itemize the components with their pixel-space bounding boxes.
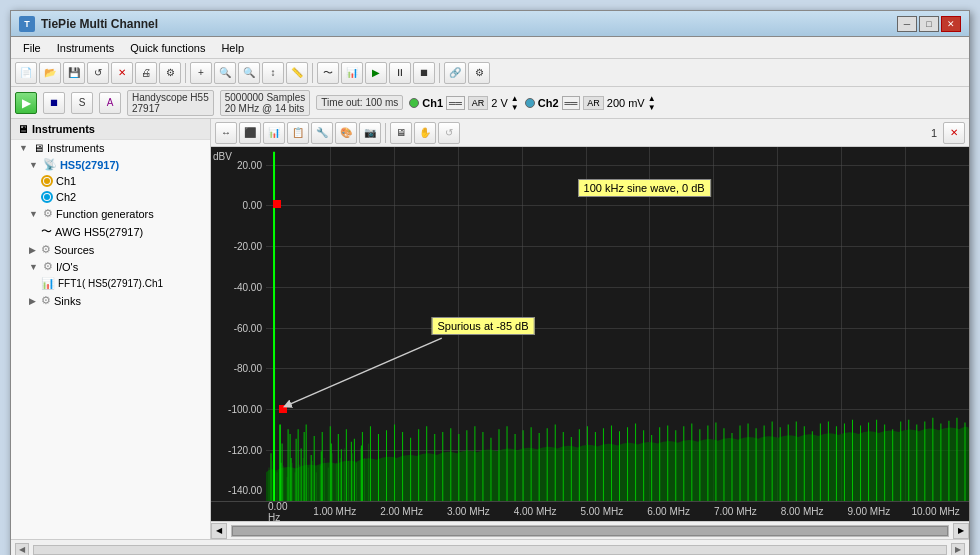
sidebar-item-sources[interactable]: ▶ ⚙ Sources [11, 241, 210, 258]
menu-bar: File Instruments Quick functions Help [11, 37, 969, 59]
chart-plot[interactable]: 100 kHz sine wave, 0 dB Spurious at -85 … [266, 147, 969, 501]
sidebar-item-ch2[interactable]: Ch2 [11, 189, 210, 205]
refresh-button[interactable]: ↺ [87, 62, 109, 84]
y-label-m80: -80.00 [234, 363, 262, 374]
single-button[interactable]: S [71, 92, 93, 114]
hs5-expand-icon: ▼ [29, 160, 38, 170]
x-label-2: 2.00 MHz [368, 506, 435, 517]
chart-scrollbar: ◀ ▶ [211, 521, 969, 539]
horizontal-scrollbar[interactable] [231, 525, 949, 537]
scroll-left-arrow[interactable]: ◀ [211, 523, 227, 539]
funcgen-icon: ⚙ [43, 207, 53, 220]
menu-instruments[interactable]: Instruments [49, 40, 122, 56]
chart-tb-7[interactable]: 📷 [359, 122, 381, 144]
x-label-0: 0.00 Hz [266, 501, 301, 523]
run-button[interactable]: ▶ [15, 92, 37, 114]
stop-acq-button[interactable]: ⏹ [43, 92, 65, 114]
add-button[interactable]: + [190, 62, 212, 84]
x-label-4: 4.00 MHz [502, 506, 569, 517]
restore-button[interactable]: □ [919, 16, 939, 32]
toolbar: 📄 📂 💾 ↺ ✕ 🖨 ⚙ + 🔍 🔍 ↕ 📏 〜 📊 ▶ ⏸ ⏹ 🔗 ⚙ [11, 59, 969, 87]
y-label-m140: -140.00 [228, 485, 262, 496]
wave-button[interactable]: 〜 [317, 62, 339, 84]
chart-tb-3[interactable]: 📊 [263, 122, 285, 144]
y-label-m100: -100.00 [228, 403, 262, 414]
config-button[interactable]: ⚙ [468, 62, 490, 84]
new-button[interactable]: 📄 [15, 62, 37, 84]
chart-tb-zoom[interactable]: 🖥 [390, 122, 412, 144]
funcgen-expand-icon: ▼ [29, 209, 38, 219]
auto-button[interactable]: A [99, 92, 121, 114]
print-button[interactable]: 🖨 [135, 62, 157, 84]
connect-button[interactable]: 🔗 [444, 62, 466, 84]
ios-icon: ⚙ [43, 260, 53, 273]
x-label-9: 9.00 MHz [836, 506, 903, 517]
sidebar-item-hs5[interactable]: ▼ 📡 HS5(27917) [11, 156, 210, 173]
chart-tb-reset[interactable]: ↺ [438, 122, 460, 144]
close-button[interactable]: ✕ [941, 16, 961, 32]
chart-area: ↔ ⬛ 📊 📋 🔧 🎨 📷 🖥 ✋ ↺ 1 ✕ dBV [211, 119, 969, 539]
zoom-out-button[interactable]: 🔍 [238, 62, 260, 84]
sidebar-item-funcgen[interactable]: ▼ ⚙ Function generators [11, 205, 210, 222]
open-button[interactable]: 📂 [39, 62, 61, 84]
timeout-info: Time out: 100 ms [316, 95, 403, 110]
y-label-20: 20.00 [237, 159, 262, 170]
spectrum-svg [266, 147, 969, 501]
x-label-3: 3.00 MHz [435, 506, 502, 517]
x-axis: 0.00 Hz 1.00 MHz 2.00 MHz 3.00 MHz 4.00 … [211, 501, 969, 521]
hs5-icon: 📡 [43, 158, 57, 171]
chart-close-button[interactable]: ✕ [943, 122, 965, 144]
status-scroll-right[interactable]: ▶ [951, 543, 965, 556]
chart-tb-sep [385, 123, 386, 143]
menu-help[interactable]: Help [213, 40, 252, 56]
x-label-8: 8.00 MHz [769, 506, 836, 517]
scroll-thumb[interactable] [232, 526, 948, 536]
pause-button[interactable]: ⏸ [389, 62, 411, 84]
chart-tb-4[interactable]: 📋 [287, 122, 309, 144]
chart-tb-pan[interactable]: ✋ [414, 122, 436, 144]
ch1-voltage-stepper[interactable]: ▲▼ [511, 94, 519, 112]
sidebar-item-awg[interactable]: 〜 AWG HS5(27917) [11, 222, 210, 241]
annotation-spurious-text: Spurious at -85 dB [437, 320, 528, 332]
samples-info: 5000000 Samples 20 MHz @ 14 bits [220, 90, 311, 116]
chart-tb-1[interactable]: ↔ [215, 122, 237, 144]
ch2-label: Ch2 [538, 97, 559, 109]
menu-quick-functions[interactable]: Quick functions [122, 40, 213, 56]
settings-button[interactable]: ⚙ [159, 62, 181, 84]
chart-container: dBV 20.00 0.00 -20.00 -40.00 -60.00 -80.… [211, 147, 969, 501]
cursor-button[interactable]: ↕ [262, 62, 284, 84]
ch2-voltage-stepper[interactable]: ▲▼ [648, 94, 656, 112]
toolbar-separator-2 [312, 63, 313, 83]
ch1-dot [409, 98, 419, 108]
spurious-signal-marker [279, 405, 287, 413]
sidebar-item-sinks[interactable]: ▶ ⚙ Sinks [11, 292, 210, 309]
y-label-m120: -120.00 [228, 444, 262, 455]
measure-button[interactable]: 📏 [286, 62, 308, 84]
menu-file[interactable]: File [15, 40, 49, 56]
chart-tb-6[interactable]: 🎨 [335, 122, 357, 144]
main-signal-marker [273, 200, 281, 208]
window-title: TiePie Multi Channel [41, 17, 158, 31]
zoom-in-button[interactable]: 🔍 [214, 62, 236, 84]
chart-tb-2[interactable]: ⬛ [239, 122, 261, 144]
ios-expand-icon: ▼ [29, 262, 38, 272]
stop-button[interactable]: ⏹ [413, 62, 435, 84]
status-scrollbar[interactable] [33, 545, 947, 555]
play-button[interactable]: ▶ [365, 62, 387, 84]
sidebar-item-ios[interactable]: ▼ ⚙ I/O's [11, 258, 210, 275]
window-controls: ─ □ ✕ [897, 16, 961, 32]
spectrum-button[interactable]: 📊 [341, 62, 363, 84]
sidebar-item-instruments[interactable]: ▼ 🖥 Instruments [11, 140, 210, 156]
y-label-0: 0.00 [243, 200, 262, 211]
save-button[interactable]: 💾 [63, 62, 85, 84]
y-label-m60: -60.00 [234, 322, 262, 333]
ch2-inner-dot [44, 194, 50, 200]
sidebar-item-fft[interactable]: 📊 FFT1( HS5(27917).Ch1 [11, 275, 210, 292]
status-scroll-left[interactable]: ◀ [15, 543, 29, 556]
y-label-m40: -40.00 [234, 281, 262, 292]
scroll-right-arrow[interactable]: ▶ [953, 523, 969, 539]
minimize-button[interactable]: ─ [897, 16, 917, 32]
sidebar-item-ch1[interactable]: Ch1 [11, 173, 210, 189]
chart-tb-5[interactable]: 🔧 [311, 122, 333, 144]
delete-button[interactable]: ✕ [111, 62, 133, 84]
